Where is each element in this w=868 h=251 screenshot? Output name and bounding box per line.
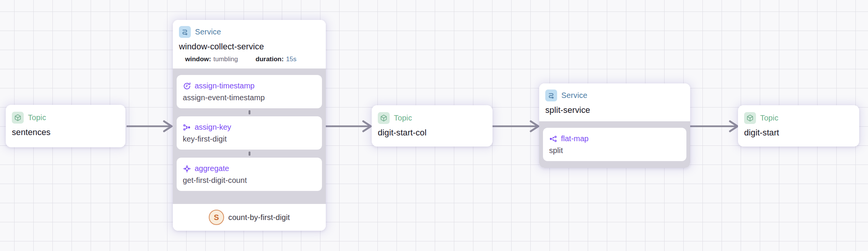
route-icon xyxy=(179,26,191,38)
edge-split-service-to-digit-start xyxy=(690,121,738,131)
node-type-row: Topic xyxy=(12,112,119,124)
step-type-label: assign-key xyxy=(195,122,231,132)
step-aggregate[interactable]: aggregate get-first-digit-count xyxy=(177,158,322,191)
route-icon xyxy=(545,90,557,101)
node-kind-label: Topic xyxy=(760,114,779,122)
param-value: 15s xyxy=(286,55,296,63)
step-name: get-first-digit-count xyxy=(183,175,316,186)
state-store-badge: S xyxy=(209,210,224,225)
cube-icon xyxy=(744,112,756,124)
topic-node-digit-start[interactable]: Topic digit-start xyxy=(738,105,859,147)
step-assign-timestamp[interactable]: assign-timestamp assign-event-timestamp xyxy=(177,75,322,108)
converge-icon xyxy=(183,165,191,173)
param-label: duration: xyxy=(255,55,284,63)
node-name: window-collect-service xyxy=(179,42,320,52)
node-kind-label: Topic xyxy=(28,113,46,122)
node-name: digit-start-col xyxy=(378,128,486,138)
node-kind-label: Service xyxy=(561,91,587,100)
service-node-window-collect-service[interactable]: Service window-collect-service window: t… xyxy=(173,20,326,231)
step-name: split xyxy=(549,145,680,156)
step-name: key-first-digit xyxy=(183,134,316,144)
step-type-label: flat-map xyxy=(561,134,588,144)
param-duration: duration: 15s xyxy=(255,55,296,63)
step-type-label: assign-timestamp xyxy=(195,81,255,91)
node-kind-label: Topic xyxy=(394,114,412,122)
node-name: digit-start xyxy=(744,128,853,138)
cube-icon xyxy=(12,112,24,124)
node-type-row: Topic xyxy=(744,112,853,124)
node-name: split-service xyxy=(545,105,684,115)
pipeline-canvas[interactable]: Topic sentences Service window-collect-s… xyxy=(0,0,868,251)
param-window: window: tumbling xyxy=(185,55,238,63)
node-name: sentences xyxy=(12,127,119,137)
node-kind-label: Service xyxy=(195,28,221,36)
service-header: Service window-collect-service window: t… xyxy=(173,20,326,68)
state-store-row: S count-by-first-digit xyxy=(173,204,326,231)
service-params: window: tumbling duration: 15s xyxy=(185,55,320,63)
param-label: window: xyxy=(185,55,211,63)
split-icon xyxy=(549,135,558,143)
cube-icon xyxy=(378,112,390,124)
topic-node-digit-start-col[interactable]: Topic digit-start-col xyxy=(372,105,493,147)
edge-window-collect-to-digit-start-col xyxy=(326,121,371,131)
state-store-name: count-by-first-digit xyxy=(228,213,290,222)
step-name: assign-event-timestamp xyxy=(183,93,316,103)
service-header: Service split-service xyxy=(539,83,690,121)
step-connector xyxy=(249,152,250,156)
edge-sentences-to-window-collect xyxy=(127,121,172,131)
clock-rotate-icon xyxy=(183,82,191,90)
service-steps-container: assign-timestamp assign-event-timestamp … xyxy=(173,68,326,204)
merge-icon xyxy=(183,123,191,132)
service-steps-container: flat-map split xyxy=(539,121,690,168)
node-type-row: Topic xyxy=(378,112,486,124)
step-flat-map[interactable]: flat-map split xyxy=(543,128,686,161)
service-node-split-service[interactable]: Service split-service flat-map split xyxy=(539,83,690,168)
step-type-label: aggregate xyxy=(195,163,229,174)
step-connector xyxy=(249,110,250,114)
param-value: tumbling xyxy=(213,55,238,63)
topic-node-sentences[interactable]: Topic sentences xyxy=(6,105,125,147)
step-assign-key[interactable]: assign-key key-first-digit xyxy=(177,116,322,150)
edge-digit-start-col-to-split-service xyxy=(493,121,538,131)
